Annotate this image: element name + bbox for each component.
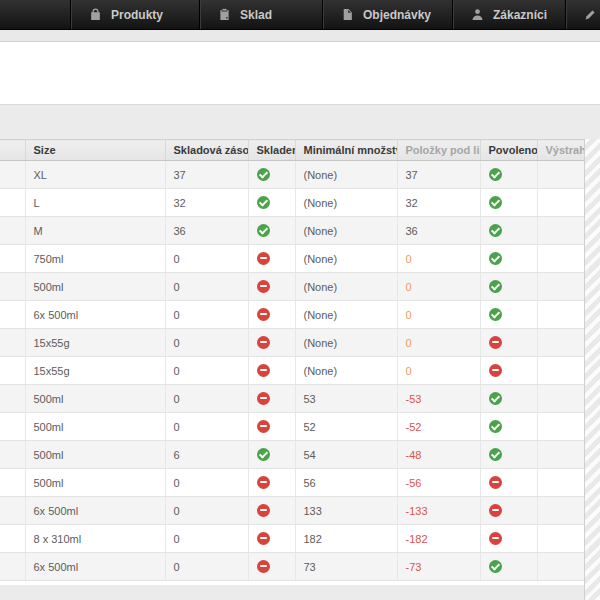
partial-next-row	[0, 581, 584, 585]
disabled-minus-icon	[489, 336, 502, 349]
min-qty-cell: (None)	[295, 301, 397, 329]
enabled-check-icon	[257, 168, 270, 181]
stock-cell: 37	[165, 161, 248, 189]
enabled-check-icon	[489, 560, 502, 573]
alert-cell	[537, 497, 584, 525]
column-header-povoleno[interactable]: Povoleno	[480, 140, 537, 161]
enabled-check-icon	[489, 420, 502, 433]
min-qty-cell: (None)	[295, 189, 397, 217]
disabled-minus-icon	[257, 308, 270, 321]
nav-item-label: Produkty	[111, 8, 163, 22]
nav-item-label: Sklad	[240, 8, 272, 22]
allowed-cell	[480, 497, 537, 525]
table-row: 500ml654-48	[0, 441, 584, 469]
enabled-check-icon	[489, 308, 502, 321]
disabled-minus-icon	[257, 392, 270, 405]
nav-item-sklad[interactable]: Sklad	[199, 0, 322, 29]
column-header-skladová-zásoba[interactable]: Skladová zásoba	[165, 140, 248, 161]
under-limit-cell: -133	[397, 497, 480, 525]
under-limit-cell: 0	[397, 301, 480, 329]
alert-cell	[537, 161, 584, 189]
in-stock-cell	[248, 413, 295, 441]
disabled-minus-icon	[257, 252, 270, 265]
row-handle-cell	[0, 441, 25, 469]
top-navbar: Produkty Sklad Objednávky Zákazníci N	[0, 0, 600, 30]
stock-cell: 0	[165, 385, 248, 413]
nav-item-produkty[interactable]: Produkty	[70, 0, 199, 29]
column-header-položky-pod-limitem[interactable]: Položky pod limitem	[397, 140, 480, 161]
column-header-skladem[interactable]: Skladem	[248, 140, 295, 161]
pencil-icon	[584, 8, 597, 21]
nav-item-objednávky[interactable]: Objednávky	[322, 0, 452, 29]
under-limit-cell: -52	[397, 413, 480, 441]
allowed-cell	[480, 301, 537, 329]
enabled-check-icon	[489, 224, 502, 237]
size-cell: 15x55g	[25, 329, 165, 357]
disabled-minus-icon	[257, 364, 270, 377]
bag-icon	[89, 8, 102, 21]
stock-table: SizeSkladová zásobaSklademMinimální množ…	[0, 139, 585, 581]
size-cell: 750ml	[25, 245, 165, 273]
table-row: 6x 500ml073-73	[0, 553, 584, 581]
column-header-size[interactable]: Size	[25, 140, 165, 161]
nav-item-label: Objednávky	[363, 8, 431, 22]
in-stock-cell	[248, 497, 295, 525]
row-handle-cell	[0, 189, 25, 217]
stock-cell: 0	[165, 301, 248, 329]
alert-cell	[537, 329, 584, 357]
clipboard-icon	[218, 8, 231, 21]
row-handle-cell	[0, 553, 25, 581]
stock-cell: 36	[165, 217, 248, 245]
in-stock-cell	[248, 329, 295, 357]
nav-item-n[interactable]: N	[565, 0, 600, 29]
alert-cell	[537, 189, 584, 217]
navbar-spacer	[0, 0, 70, 29]
allowed-cell	[480, 441, 537, 469]
stock-cell: 0	[165, 413, 248, 441]
alert-cell	[537, 385, 584, 413]
column-header-výstraha[interactable]: Výstraha	[537, 140, 584, 161]
size-cell: 8 x 310ml	[25, 525, 165, 553]
row-handle-cell	[0, 273, 25, 301]
table-row: M36(None)36	[0, 217, 584, 245]
in-stock-cell	[248, 385, 295, 413]
disabled-minus-icon	[257, 280, 270, 293]
in-stock-cell	[248, 273, 295, 301]
document-icon	[341, 8, 354, 21]
size-cell: 500ml	[25, 273, 165, 301]
table-row: 8 x 310ml0182-182	[0, 525, 584, 553]
nav-item-label: Zákazníci	[493, 8, 547, 22]
disabled-minus-icon	[489, 476, 502, 489]
size-cell: 6x 500ml	[25, 553, 165, 581]
size-cell: M	[25, 217, 165, 245]
in-stock-cell	[248, 469, 295, 497]
in-stock-cell	[248, 301, 295, 329]
under-limit-cell: 37	[397, 161, 480, 189]
overflow-hatch-area	[584, 139, 600, 600]
nav-item-zákazníci[interactable]: Zákazníci	[452, 0, 565, 29]
size-cell: 500ml	[25, 441, 165, 469]
size-cell: L	[25, 189, 165, 217]
row-handle-cell	[0, 469, 25, 497]
allowed-cell	[480, 161, 537, 189]
size-cell: 6x 500ml	[25, 301, 165, 329]
disabled-minus-icon	[489, 504, 502, 517]
disabled-minus-icon	[257, 504, 270, 517]
allowed-cell	[480, 357, 537, 385]
person-icon	[471, 8, 484, 21]
under-limit-cell: -48	[397, 441, 480, 469]
column-header-minimální-množství[interactable]: Minimální množství	[295, 140, 397, 161]
under-limit-cell: 0	[397, 329, 480, 357]
table-row: XL37(None)37	[0, 161, 584, 189]
disabled-minus-icon	[257, 420, 270, 433]
row-handle-cell	[0, 413, 25, 441]
table-row: 500ml0(None)0	[0, 273, 584, 301]
min-qty-cell: 182	[295, 525, 397, 553]
alert-cell	[537, 245, 584, 273]
min-qty-cell: 56	[295, 469, 397, 497]
disabled-minus-icon	[489, 532, 502, 545]
alert-cell	[537, 553, 584, 581]
table-row: 750ml0(None)0	[0, 245, 584, 273]
disabled-minus-icon	[257, 532, 270, 545]
disabled-minus-icon	[257, 476, 270, 489]
